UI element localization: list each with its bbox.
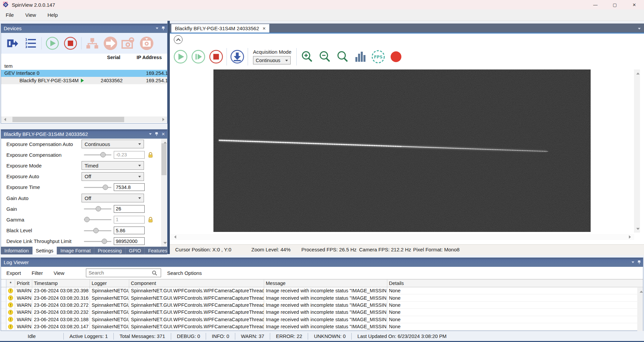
setting-value-input[interactable]	[114, 237, 145, 245]
settings-tab[interactable]: Features	[145, 247, 171, 254]
panel-menu-icon[interactable]	[156, 28, 158, 31]
setting-value-input[interactable]	[114, 216, 145, 224]
viewer-tab[interactable]: Blackfly BFLY-PGE-31S4M 24033562 ✕	[171, 24, 269, 33]
scroll-left-button[interactable]	[171, 234, 177, 240]
slider-thumb[interactable]	[96, 206, 101, 211]
column-header[interactable]: Message	[264, 280, 387, 287]
acquisition-mode-dropdown[interactable]: Continuous	[253, 56, 291, 64]
play-single-frame-button[interactable]	[191, 49, 206, 64]
close-button[interactable]: ✕	[625, 0, 644, 9]
search-box[interactable]	[86, 268, 161, 277]
zoom-in-button[interactable]	[300, 49, 314, 64]
slider-thumb[interactable]	[84, 217, 90, 222]
setting-slider[interactable]	[84, 206, 111, 212]
column-header[interactable]: Logger	[90, 280, 129, 287]
settings-tab[interactable]: Settings	[33, 247, 57, 254]
devices-horizontal-scrollbar[interactable]	[1, 116, 167, 123]
setting-value-input[interactable]	[114, 151, 145, 159]
setting-slider[interactable]	[84, 152, 111, 158]
setting-value-input[interactable]	[114, 205, 145, 213]
menu-item[interactable]: Help	[42, 12, 63, 18]
setting-slider[interactable]	[84, 228, 111, 234]
device-row[interactable]: tem	[1, 62, 167, 70]
setting-dropdown[interactable]: Off	[82, 194, 144, 202]
record-button[interactable]	[389, 49, 403, 64]
play-button[interactable]	[173, 49, 188, 64]
histogram-button[interactable]	[353, 49, 368, 64]
collapse-toolbar-button[interactable]	[174, 35, 183, 44]
camera-image[interactable]	[213, 69, 591, 232]
stop-acquisition-button[interactable]	[63, 36, 78, 51]
scroll-down-button[interactable]	[162, 241, 167, 247]
pin-icon[interactable]	[161, 26, 165, 31]
refresh-devices-button[interactable]	[5, 36, 20, 51]
stop-button[interactable]	[209, 49, 224, 64]
tab-close-icon[interactable]: ✕	[262, 26, 266, 31]
setting-slider[interactable]	[84, 184, 111, 190]
settings-tab[interactable]: Information	[1, 247, 33, 254]
column-header[interactable]: Component	[129, 280, 264, 287]
settings-tab[interactable]: Image Format	[57, 247, 94, 254]
maximize-button[interactable]: ▢	[605, 0, 625, 9]
menu-item[interactable]: View	[19, 12, 42, 18]
log-row[interactable]: ! WARN 23-06-2024 03:08:20.188 Spinnaker…	[1, 316, 643, 323]
log-row[interactable]: ! WARN 23-06-2024 03:08:20.272 Spinnaker…	[1, 302, 643, 309]
log-row[interactable]: ! WARN 23-06-2024 03:08:20.147 Spinnaker…	[1, 323, 643, 330]
device-row[interactable]: Blackfly BFLY-PGE-31S4M 24033562 169.254…	[1, 77, 167, 84]
pin-icon[interactable]	[637, 260, 641, 264]
device-row[interactable]: GEV Interface 0 169.254.1.1	[1, 70, 167, 77]
zoom-fit-button[interactable]	[335, 49, 350, 64]
tab-list-icon[interactable]	[638, 28, 641, 31]
slider-thumb[interactable]	[100, 152, 106, 157]
scroll-up-button[interactable]	[638, 288, 643, 294]
search-input[interactable]	[86, 270, 152, 276]
log-row[interactable]: ! WARN 23-06-2024 03:08:20.398 Spinnaker…	[1, 287, 643, 294]
log-row[interactable]: ! WARN 23-06-2024 03:08:20.232 Spinnaker…	[1, 309, 643, 316]
setting-dropdown[interactable]: Continuous	[82, 140, 144, 148]
column-header-serial[interactable]: Serial	[107, 55, 120, 60]
settings-tab[interactable]: GPIO	[126, 247, 145, 254]
panel-close-icon[interactable]: ✕	[161, 132, 165, 137]
slider-thumb[interactable]	[103, 185, 108, 190]
log-menu-item[interactable]: Export	[1, 270, 26, 276]
scroll-left-button[interactable]	[1, 116, 7, 123]
scroll-down-button[interactable]	[635, 227, 641, 233]
viewer-vertical-scrollbar[interactable]	[634, 69, 640, 233]
save-images-button[interactable]	[230, 49, 245, 64]
panel-menu-icon[interactable]	[632, 261, 634, 264]
setting-dropdown[interactable]: Off	[82, 172, 144, 181]
column-header[interactable]: Timestamp	[32, 280, 90, 287]
scrollbar-thumb[interactable]	[12, 117, 124, 122]
viewer-horizontal-scrollbar[interactable]	[170, 234, 634, 240]
fps-gauge-button[interactable]: FPS	[371, 49, 386, 64]
panel-menu-icon[interactable]	[149, 133, 152, 136]
minimize-button[interactable]: —	[586, 0, 605, 9]
scroll-up-button[interactable]	[635, 69, 641, 76]
column-header-ip[interactable]: IP Address	[137, 55, 162, 60]
pin-icon[interactable]	[155, 132, 158, 136]
slider-thumb[interactable]	[102, 239, 107, 244]
menu-item[interactable]: File	[0, 12, 19, 18]
log-menu-item[interactable]: View	[48, 270, 70, 276]
settings-tab[interactable]: Processing	[94, 247, 126, 254]
column-header[interactable]: Priorit	[15, 280, 32, 287]
settings-vertical-scrollbar[interactable]	[161, 139, 167, 247]
setting-slider[interactable]	[84, 238, 111, 244]
search-options-button[interactable]: Search Options	[167, 270, 202, 276]
setting-value-input[interactable]	[114, 183, 145, 191]
scrollbar-thumb[interactable]	[161, 143, 166, 175]
panel-splitter[interactable]	[167, 21, 170, 254]
column-header[interactable]: *	[6, 280, 15, 287]
scroll-right-button[interactable]	[628, 234, 634, 240]
log-row[interactable]: ! WARN 23-06-2024 03:08:20.316 Spinnaker…	[1, 294, 643, 301]
setting-value-input[interactable]	[114, 227, 145, 234]
start-acquisition-button[interactable]	[45, 36, 60, 51]
slider-thumb[interactable]	[93, 228, 99, 233]
scroll-right-button[interactable]	[161, 116, 167, 123]
zoom-out-button[interactable]	[317, 49, 332, 64]
device-list-view-button[interactable]: 123	[23, 36, 38, 51]
setting-dropdown[interactable]: Timed	[82, 161, 144, 170]
log-menu-item[interactable]: Filter	[26, 270, 48, 276]
setting-slider[interactable]	[84, 216, 111, 223]
column-header[interactable]: Details	[387, 280, 643, 287]
